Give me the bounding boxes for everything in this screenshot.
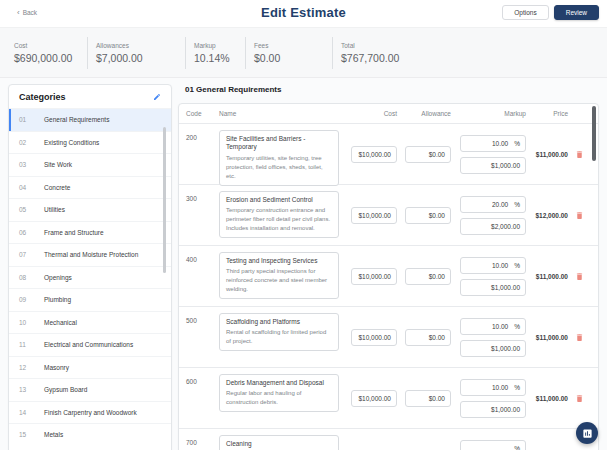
- sidebar-category-item[interactable]: 10 Mechanical: [9, 311, 171, 334]
- category-label: Thermal and Moisture Protection: [44, 251, 138, 258]
- row-code: 600: [186, 378, 219, 385]
- table-row: 200 Site Facilities and Barriers - Tempo…: [179, 124, 598, 185]
- sidebar-category-item[interactable]: 14 Finish Carpentry and Woodwork: [9, 401, 171, 424]
- categories-title: Categories: [19, 92, 66, 102]
- col-price: Price: [526, 110, 568, 117]
- sidebar-category-item[interactable]: 06 Frame and Structure: [9, 221, 171, 244]
- summary-markup: Markup 10.14%: [194, 42, 237, 64]
- row-markup-cell: 20.00 % $2,000.00: [451, 196, 526, 235]
- summary-total: Total $767,700.00: [341, 42, 399, 64]
- delete-row-button[interactable]: [575, 150, 584, 159]
- markup-amount-input[interactable]: $1,000.00: [460, 157, 526, 174]
- cost-input[interactable]: $10,000.00: [351, 207, 397, 224]
- summary-divider: [332, 37, 333, 69]
- category-label: Concrete: [44, 184, 70, 191]
- category-label: General Requirements: [44, 116, 109, 123]
- name-field[interactable]: Scaffolding and Platforms Rental of scaf…: [219, 313, 339, 351]
- markup-percent-value: 10.00: [492, 140, 508, 147]
- row-price: $11,000.00: [526, 151, 568, 158]
- category-code: 07: [19, 251, 31, 258]
- category-code: 10: [19, 319, 31, 326]
- summary-divider: [185, 37, 186, 69]
- markup-amount-input[interactable]: $1,000.00: [460, 340, 526, 357]
- row-cost-cell: $10,000.00: [343, 207, 397, 224]
- sidebar-scrollbar[interactable]: [163, 127, 166, 273]
- edit-categories-button[interactable]: [153, 93, 161, 101]
- delete-row-button[interactable]: [575, 333, 584, 342]
- sidebar-category-item[interactable]: 07 Thermal and Moisture Protection: [9, 243, 171, 266]
- table-scrollbar[interactable]: [592, 106, 596, 161]
- markup-percent-input[interactable]: %: [460, 440, 526, 450]
- delete-row-button[interactable]: [575, 211, 584, 220]
- trash-icon: [575, 211, 584, 220]
- summary-value: $767,700.00: [341, 52, 399, 64]
- name-field[interactable]: Cleaning: [219, 435, 339, 450]
- row-markup-cell: 10.00 % $1,000.00: [451, 318, 526, 357]
- row-cost-cell: $10,000.00: [343, 329, 397, 346]
- row-price: $11,000.00: [526, 273, 568, 280]
- markup-percent-input[interactable]: 10.00 %: [460, 135, 526, 152]
- cost-input[interactable]: $10,000.00: [351, 390, 397, 407]
- markup-amount-input[interactable]: $1,000.00: [460, 279, 526, 296]
- category-list: 01 General Requirements 02 Existing Cond…: [9, 108, 171, 446]
- row-price: $11,000.00: [526, 395, 568, 402]
- percent-sign: %: [514, 323, 520, 330]
- name-field[interactable]: Site Facilities and Barriers - Temporary…: [219, 130, 339, 186]
- row-cost-cell: $10,000.00: [343, 390, 397, 407]
- trash-icon: [575, 272, 584, 281]
- estimate-summary-bar: Cost $690,000.00 Allowances $7,000.00 Ma…: [0, 27, 607, 78]
- sidebar-category-item[interactable]: 04 Concrete: [9, 176, 171, 199]
- category-label: Masonry: [44, 364, 69, 371]
- sidebar-category-item[interactable]: 05 Utilities: [9, 198, 171, 221]
- item-name: Testing and Inspecting Services: [226, 257, 332, 265]
- sidebar-category-item[interactable]: 01 General Requirements: [9, 108, 171, 131]
- trash-icon: [575, 150, 584, 159]
- delete-row-button[interactable]: [575, 272, 584, 281]
- cost-input[interactable]: $10,000.00: [351, 146, 397, 163]
- markup-percent-input[interactable]: 10.00 %: [460, 379, 526, 396]
- cost-input[interactable]: $10,000.00: [351, 329, 397, 346]
- row-price: $12,000.00: [526, 212, 568, 219]
- name-field[interactable]: Erosion and Sediment Control Temporary c…: [219, 191, 339, 238]
- markup-amount-input[interactable]: $2,000.00: [460, 218, 526, 235]
- row-code: 300: [186, 195, 219, 202]
- allowance-input[interactable]: $0.00: [405, 268, 451, 285]
- sidebar-category-item[interactable]: 11 Electrical and Communications: [9, 333, 171, 356]
- name-field[interactable]: Debris Management and Disposal Regular l…: [219, 374, 339, 412]
- allowance-input[interactable]: $0.00: [405, 329, 451, 346]
- name-field[interactable]: Testing and Inspecting Services Third pa…: [219, 252, 339, 299]
- sidebar-category-item[interactable]: 15 Metals: [9, 423, 171, 446]
- table-row: 500 Scaffolding and Platforms Rental of …: [179, 307, 598, 368]
- cost-input[interactable]: $10,000.00: [351, 268, 397, 285]
- sidebar-category-item[interactable]: 09 Plumbing: [9, 288, 171, 311]
- summary-label: Total: [341, 42, 399, 49]
- markup-percent-input[interactable]: 20.00 %: [460, 196, 526, 213]
- markup-amount-input[interactable]: $1,000.00: [460, 401, 526, 418]
- allowance-input[interactable]: $0.00: [405, 146, 451, 163]
- summary-fab-button[interactable]: [576, 422, 598, 444]
- options-button[interactable]: Options: [502, 5, 548, 20]
- markup-percent-value: 10.00: [492, 323, 508, 330]
- row-price: $11,000.00: [526, 334, 568, 341]
- summary-cost: Cost $690,000.00: [14, 42, 79, 64]
- allowance-input[interactable]: $0.00: [405, 390, 451, 407]
- allowance-input[interactable]: $0.00: [405, 207, 451, 224]
- bar-chart-icon: [582, 428, 593, 439]
- trash-icon: [575, 394, 584, 403]
- sidebar-category-item[interactable]: 12 Masonry: [9, 356, 171, 379]
- item-name: Erosion and Sediment Control: [226, 196, 332, 204]
- row-code: 400: [186, 256, 219, 263]
- summary-allowances: Allowances $7,000.00: [96, 42, 177, 64]
- sidebar-category-item[interactable]: 08 Openings: [9, 266, 171, 289]
- sidebar-category-item[interactable]: 03 Site Work: [9, 153, 171, 176]
- row-name-cell: Debris Management and Disposal Regular l…: [219, 374, 343, 412]
- markup-percent-input[interactable]: 10.00 %: [460, 257, 526, 274]
- markup-percent-input[interactable]: 10.00 %: [460, 318, 526, 335]
- col-cost: Cost: [343, 110, 397, 117]
- category-code: 12: [19, 364, 31, 371]
- col-allowance: Allowance: [397, 110, 451, 117]
- sidebar-category-item[interactable]: 13 Gypsum Board: [9, 378, 171, 401]
- sidebar-category-item[interactable]: 02 Existing Conditions: [9, 131, 171, 154]
- delete-row-button[interactable]: [575, 394, 584, 403]
- review-button[interactable]: Review: [554, 5, 599, 20]
